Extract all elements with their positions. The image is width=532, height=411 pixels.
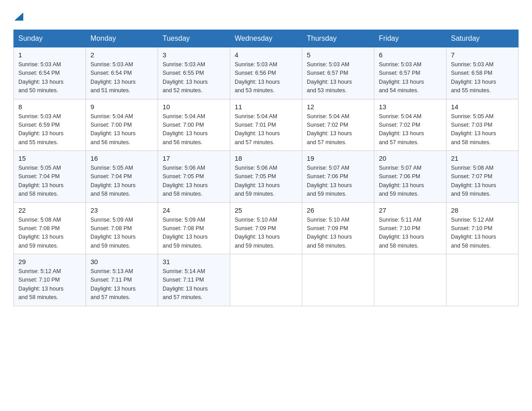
- calendar-week-row: 22Sunrise: 5:08 AMSunset: 7:08 PMDayligh…: [14, 202, 519, 254]
- day-number: 13: [379, 103, 442, 111]
- day-number: 24: [163, 206, 225, 214]
- logo-icon: [14, 11, 23, 21]
- calendar-cell: 22Sunrise: 5:08 AMSunset: 7:08 PMDayligh…: [14, 202, 86, 254]
- day-number: 25: [235, 206, 297, 214]
- calendar-header-row: SundayMondayTuesdayWednesdayThursdayFrid…: [14, 30, 519, 47]
- calendar-week-row: 8Sunrise: 5:03 AMSunset: 6:59 PMDaylight…: [14, 99, 519, 151]
- calendar-cell: 17Sunrise: 5:06 AMSunset: 7:05 PMDayligh…: [158, 151, 230, 203]
- day-number: 14: [451, 103, 514, 111]
- day-number: 15: [18, 154, 81, 162]
- day-number: 17: [163, 154, 225, 162]
- day-sun-info: Sunrise: 5:03 AMSunset: 6:57 PMDaylight:…: [379, 60, 442, 95]
- day-sun-info: Sunrise: 5:07 AMSunset: 7:06 PMDaylight:…: [307, 164, 369, 199]
- calendar-cell: 10Sunrise: 5:04 AMSunset: 7:00 PMDayligh…: [158, 99, 230, 151]
- calendar-cell: 29Sunrise: 5:12 AMSunset: 7:10 PMDayligh…: [14, 254, 86, 306]
- day-number: 29: [18, 258, 81, 265]
- day-sun-info: Sunrise: 5:04 AMSunset: 7:02 PMDaylight:…: [307, 112, 369, 147]
- calendar-cell: 14Sunrise: 5:05 AMSunset: 7:03 PMDayligh…: [446, 99, 519, 151]
- day-number: 21: [451, 154, 514, 162]
- day-sun-info: Sunrise: 5:03 AMSunset: 6:55 PMDaylight:…: [163, 60, 225, 95]
- calendar-cell: 1Sunrise: 5:03 AMSunset: 6:54 PMDaylight…: [14, 47, 86, 99]
- day-sun-info: Sunrise: 5:05 AMSunset: 7:03 PMDaylight:…: [451, 112, 514, 147]
- logo: [13, 11, 23, 21]
- day-sun-info: Sunrise: 5:09 AMSunset: 7:08 PMDaylight:…: [163, 216, 225, 251]
- calendar-cell: 23Sunrise: 5:09 AMSunset: 7:08 PMDayligh…: [86, 202, 158, 254]
- calendar-cell: 25Sunrise: 5:10 AMSunset: 7:09 PMDayligh…: [230, 202, 302, 254]
- day-number: 22: [18, 206, 81, 214]
- day-header-wednesday: Wednesday: [230, 30, 302, 47]
- day-number: 30: [90, 258, 153, 265]
- day-sun-info: Sunrise: 5:03 AMSunset: 6:54 PMDaylight:…: [18, 60, 81, 95]
- calendar-week-row: 1Sunrise: 5:03 AMSunset: 6:54 PMDaylight…: [14, 47, 519, 99]
- day-header-saturday: Saturday: [446, 30, 519, 47]
- calendar-cell: 11Sunrise: 5:04 AMSunset: 7:01 PMDayligh…: [230, 99, 302, 151]
- calendar-cell: 4Sunrise: 5:03 AMSunset: 6:56 PMDaylight…: [230, 47, 302, 99]
- calendar-cell: 15Sunrise: 5:05 AMSunset: 7:04 PMDayligh…: [14, 151, 86, 203]
- day-sun-info: Sunrise: 5:10 AMSunset: 7:09 PMDaylight:…: [307, 216, 369, 251]
- day-number: 11: [235, 103, 297, 111]
- day-sun-info: Sunrise: 5:03 AMSunset: 6:56 PMDaylight:…: [235, 60, 297, 95]
- day-number: 18: [235, 154, 297, 162]
- page-header: [13, 11, 519, 21]
- day-header-tuesday: Tuesday: [158, 30, 230, 47]
- day-sun-info: Sunrise: 5:04 AMSunset: 7:00 PMDaylight:…: [90, 112, 153, 147]
- day-number: 31: [163, 258, 225, 265]
- calendar-cell: [302, 254, 374, 306]
- day-sun-info: Sunrise: 5:04 AMSunset: 7:01 PMDaylight:…: [235, 112, 297, 147]
- day-sun-info: Sunrise: 5:08 AMSunset: 7:08 PMDaylight:…: [18, 216, 81, 251]
- calendar-week-row: 15Sunrise: 5:05 AMSunset: 7:04 PMDayligh…: [14, 151, 519, 203]
- day-number: 27: [379, 206, 442, 214]
- calendar-week-row: 29Sunrise: 5:12 AMSunset: 7:10 PMDayligh…: [14, 254, 519, 306]
- calendar-cell: 20Sunrise: 5:07 AMSunset: 7:06 PMDayligh…: [374, 151, 446, 203]
- calendar-cell: 9Sunrise: 5:04 AMSunset: 7:00 PMDaylight…: [86, 99, 158, 151]
- calendar-cell: 21Sunrise: 5:08 AMSunset: 7:07 PMDayligh…: [446, 151, 519, 203]
- day-number: 7: [451, 51, 514, 59]
- day-number: 1: [18, 51, 81, 59]
- calendar-cell: 3Sunrise: 5:03 AMSunset: 6:55 PMDaylight…: [158, 47, 230, 99]
- calendar-cell: 6Sunrise: 5:03 AMSunset: 6:57 PMDaylight…: [374, 47, 446, 99]
- day-number: 16: [90, 154, 153, 162]
- calendar-cell: [446, 254, 519, 306]
- day-sun-info: Sunrise: 5:14 AMSunset: 7:11 PMDaylight:…: [163, 267, 225, 302]
- day-number: 3: [163, 51, 225, 59]
- day-number: 28: [451, 206, 514, 214]
- calendar-cell: 5Sunrise: 5:03 AMSunset: 6:57 PMDaylight…: [302, 47, 374, 99]
- calendar-cell: 30Sunrise: 5:13 AMSunset: 7:11 PMDayligh…: [86, 254, 158, 306]
- day-sun-info: Sunrise: 5:06 AMSunset: 7:05 PMDaylight:…: [163, 164, 225, 199]
- calendar-cell: 8Sunrise: 5:03 AMSunset: 6:59 PMDaylight…: [14, 99, 86, 151]
- calendar-cell: 12Sunrise: 5:04 AMSunset: 7:02 PMDayligh…: [302, 99, 374, 151]
- day-number: 6: [379, 51, 442, 59]
- svg-marker-0: [14, 13, 23, 21]
- day-sun-info: Sunrise: 5:03 AMSunset: 6:59 PMDaylight:…: [18, 112, 81, 147]
- calendar-cell: 28Sunrise: 5:12 AMSunset: 7:10 PMDayligh…: [446, 202, 519, 254]
- day-sun-info: Sunrise: 5:06 AMSunset: 7:05 PMDaylight:…: [235, 164, 297, 199]
- day-number: 5: [307, 51, 369, 59]
- calendar-cell: 27Sunrise: 5:11 AMSunset: 7:10 PMDayligh…: [374, 202, 446, 254]
- day-sun-info: Sunrise: 5:03 AMSunset: 6:57 PMDaylight:…: [307, 60, 369, 95]
- day-number: 8: [18, 103, 81, 111]
- day-sun-info: Sunrise: 5:09 AMSunset: 7:08 PMDaylight:…: [90, 216, 153, 251]
- day-header-sunday: Sunday: [14, 30, 86, 47]
- day-sun-info: Sunrise: 5:03 AMSunset: 6:54 PMDaylight:…: [90, 60, 153, 95]
- day-sun-info: Sunrise: 5:04 AMSunset: 7:02 PMDaylight:…: [379, 112, 442, 147]
- day-number: 19: [307, 154, 369, 162]
- day-sun-info: Sunrise: 5:13 AMSunset: 7:11 PMDaylight:…: [90, 267, 153, 302]
- calendar-cell: 19Sunrise: 5:07 AMSunset: 7:06 PMDayligh…: [302, 151, 374, 203]
- calendar-cell: 16Sunrise: 5:05 AMSunset: 7:04 PMDayligh…: [86, 151, 158, 203]
- day-number: 26: [307, 206, 369, 214]
- day-header-monday: Monday: [86, 30, 158, 47]
- calendar-cell: 13Sunrise: 5:04 AMSunset: 7:02 PMDayligh…: [374, 99, 446, 151]
- day-sun-info: Sunrise: 5:12 AMSunset: 7:10 PMDaylight:…: [451, 216, 514, 251]
- day-header-friday: Friday: [374, 30, 446, 47]
- day-number: 12: [307, 103, 369, 111]
- day-number: 2: [90, 51, 153, 59]
- day-number: 9: [90, 103, 153, 111]
- day-sun-info: Sunrise: 5:10 AMSunset: 7:09 PMDaylight:…: [235, 216, 297, 251]
- day-number: 23: [90, 206, 153, 214]
- day-sun-info: Sunrise: 5:04 AMSunset: 7:00 PMDaylight:…: [163, 112, 225, 147]
- calendar-cell: 18Sunrise: 5:06 AMSunset: 7:05 PMDayligh…: [230, 151, 302, 203]
- calendar-cell: 7Sunrise: 5:03 AMSunset: 6:58 PMDaylight…: [446, 47, 519, 99]
- calendar-cell: [374, 254, 446, 306]
- day-number: 20: [379, 154, 442, 162]
- day-sun-info: Sunrise: 5:11 AMSunset: 7:10 PMDaylight:…: [379, 216, 442, 251]
